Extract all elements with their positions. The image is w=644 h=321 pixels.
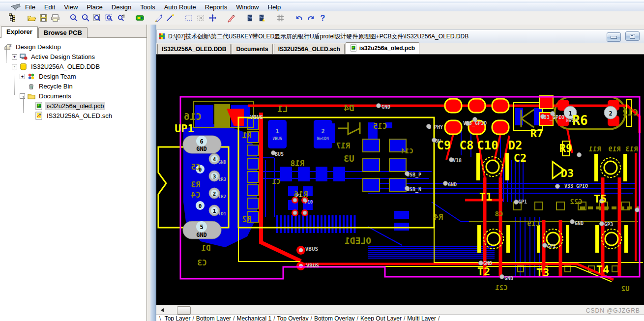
zoom-all-icon[interactable]	[91, 13, 103, 24]
menu-view[interactable]: View	[59, 3, 82, 11]
save-icon[interactable]	[37, 13, 49, 24]
zoom-out-icon[interactable]	[80, 13, 91, 24]
document-tab-is32u256a-oled-ddb[interactable]: IS32U256A_OLED.DDB	[157, 44, 231, 54]
menu-place[interactable]: Place	[82, 3, 107, 11]
tree-guide	[14, 66, 15, 95]
document-tab-documents[interactable]: Documents	[232, 44, 272, 54]
menu-tools[interactable]: Tools	[136, 3, 159, 11]
open-icon[interactable]	[26, 13, 37, 24]
tree-item-is32u256a-oled-ddb[interactable]: -IS32U256A_OLED.DDB	[0, 61, 146, 71]
pcb-label-2: 2	[609, 110, 612, 117]
restore-icon	[630, 34, 635, 39]
pcb-label-vbus: VBUS	[272, 137, 282, 141]
tree-item-active-design-stations[interactable]: +Active Design Stations	[0, 52, 146, 61]
select-area-icon[interactable]	[183, 13, 195, 24]
menu-file[interactable]: File	[21, 3, 40, 11]
left-arrow-icon	[161, 308, 164, 312]
pcb-label-c16: C16	[184, 111, 202, 122]
net-icon[interactable]	[244, 13, 256, 24]
tree-item-recycle-bin[interactable]: Recycle Bin	[0, 81, 146, 91]
deselect-icon[interactable]	[195, 13, 206, 24]
zoom-area-icon[interactable]	[103, 13, 115, 24]
pcb-label-tr3: tR3	[218, 177, 226, 182]
tree-item-is32u256a-oled-pcb[interactable]: is32u256a_oled.pcb	[0, 101, 146, 111]
tree-item-label: Documents	[37, 92, 73, 100]
app-arrow-icon[interactable]	[8, 3, 21, 11]
explorer-panel: ExplorerBrowse PCB Design Desktop+Active…	[0, 25, 147, 321]
folder-icon	[27, 92, 35, 100]
scrollbar-thumb[interactable]	[177, 306, 191, 315]
pcb-label-r3: R3	[191, 180, 200, 189]
layer-tab-multi-layer[interactable]: Multi Layer	[405, 315, 438, 321]
pcb-label-c3: C3	[197, 258, 206, 267]
expand-toggle[interactable]: +	[20, 74, 25, 79]
expand-toggle[interactable]: +	[12, 54, 17, 59]
pcb-label-r19: R19	[608, 145, 620, 153]
pcb-label-gnd: GND	[504, 276, 513, 281]
document-restore-button[interactable]	[625, 31, 640, 41]
document-path: D:\[07]技术创新\第二代USBKEY带OLED显示屏的银行U盾protel…	[168, 32, 468, 41]
pcb-label-gp3: GP3	[604, 222, 613, 227]
grid-icon[interactable]	[274, 13, 286, 24]
menu-window[interactable]: Window	[232, 3, 263, 11]
panel-tab-explorer[interactable]: Explorer	[1, 26, 38, 38]
knife-icon[interactable]	[152, 13, 164, 24]
pcb-label-usb_p: USB_P	[407, 172, 421, 178]
pcb-label-c21: C21	[495, 284, 507, 292]
document-tab-is32u256a-oled-sch[interactable]: IS32U256A_OLED.sch	[274, 44, 345, 54]
expand-toggle[interactable]: -	[20, 93, 25, 99]
layer-tab-top-layer[interactable]: Top Layer	[163, 315, 193, 321]
document-tab-bar: IS32U256A_OLED.DDBDocumentsIS32U256A_OLE…	[156, 42, 644, 54]
document-tab-is32u256a-oled-pcb[interactable]: is32u256a_oled.pcb	[346, 42, 419, 54]
zoom-point-icon[interactable]	[115, 13, 127, 24]
horizontal-scrollbar[interactable]: CSDN @GJZGRB	[156, 305, 644, 315]
pencil-icon[interactable]	[225, 13, 237, 24]
pcb-file-icon	[350, 44, 357, 52]
pcb-label-d4: D4	[344, 103, 354, 113]
tree-item-design-team[interactable]: +Design Team	[0, 71, 146, 81]
undo-icon[interactable]	[293, 13, 305, 24]
tree-item-documents[interactable]: -Documents	[0, 91, 146, 101]
redo-icon[interactable]	[305, 13, 317, 24]
menu-reports[interactable]: Reports	[201, 3, 232, 11]
pcb-label-bu: BU	[436, 139, 441, 144]
layer-tab-top-overlay[interactable]: Top Overlay	[275, 315, 311, 321]
layer-tab-bottom-layer[interactable]: Bottom Layer	[194, 315, 233, 321]
design-tree: Design Desktop+Active Design Stations-IS…	[0, 38, 146, 120]
pcb-label-c19: C19	[527, 220, 539, 228]
menu-help[interactable]: Help	[263, 3, 286, 11]
menu-auto-route[interactable]: Auto Route	[160, 3, 201, 11]
explorer-toggle-icon[interactable]	[7, 13, 19, 24]
pcb-label-gp1: GP1	[518, 199, 527, 204]
pcb-label-gnd: GND	[196, 146, 207, 152]
layer-tab-bottom-overlay[interactable]: Bottom Overlay	[312, 315, 357, 321]
database-icon	[19, 62, 28, 71]
tree-item-is32u256a-oled-sch[interactable]: IS32U256A_OLED.sch	[0, 111, 146, 120]
pcb-label-3: 3	[213, 174, 216, 180]
help-icon[interactable]: ?	[317, 13, 328, 24]
pcb-label-4: 4	[213, 156, 216, 163]
pcb-label-oled1: OLED1	[345, 235, 371, 246]
move-icon[interactable]	[206, 13, 218, 24]
print-icon[interactable]	[49, 13, 61, 24]
pcb-canvas[interactable]: UP1C9C8C10D2R7R6R9C2D3T1T5T2T3T4C16C5R3C…	[156, 54, 644, 305]
menu-edit[interactable]: Edit	[40, 3, 59, 11]
tree-item-design-desktop[interactable]: Design Desktop	[0, 42, 146, 52]
menu-design[interactable]: Design	[107, 3, 136, 11]
panel-tab-browse-pcb[interactable]: Browse PCB	[38, 27, 88, 38]
tree-item-label: Design Desktop	[14, 43, 62, 51]
layer-tab-strip: \ Top Layer/Bottom Layer/Mechanical 1/To…	[156, 315, 644, 321]
zoom-in-icon[interactable]	[68, 13, 80, 24]
component-browser-icon[interactable]	[134, 13, 146, 24]
tree-item-label: Active Design Stations	[29, 53, 96, 61]
document-titlebar[interactable]: D:\[07]技术创新\第二代USBKEY带OLED显示屏的银行U盾protel…	[156, 29, 644, 43]
layer-tab-mechanical-1[interactable]: Mechanical 1	[234, 315, 273, 321]
net-highlight-icon[interactable]	[256, 13, 267, 24]
tree-item-label: IS32U256A_OLED.DDB	[29, 62, 101, 71]
document-minimize-button[interactable]	[607, 32, 621, 42]
pcb-label-c15: C15	[373, 121, 387, 131]
scroll-left-button[interactable]	[158, 307, 166, 314]
pcb-label-r1: R1	[242, 131, 251, 140]
wire-icon[interactable]	[164, 13, 176, 24]
layer-tab-keep-out-layer[interactable]: Keep Out Layer	[358, 315, 404, 321]
